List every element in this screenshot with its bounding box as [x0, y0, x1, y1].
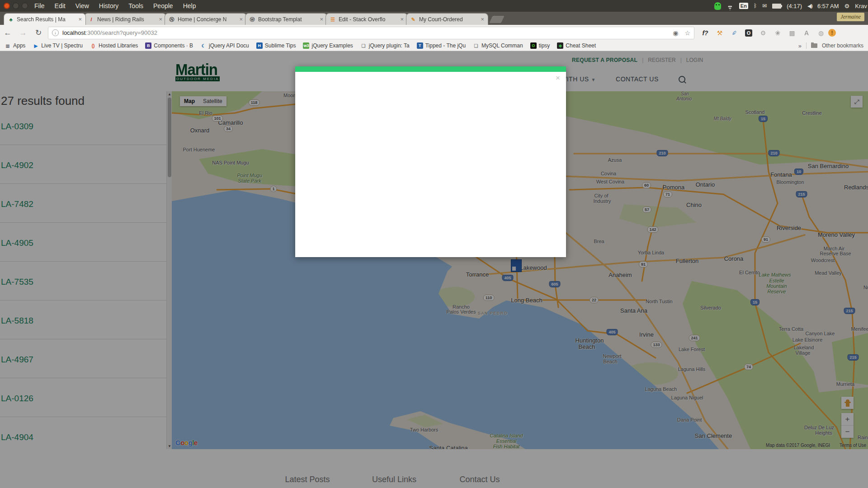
modal-dialog: × — [295, 66, 566, 257]
os-menu-history[interactable]: History — [99, 2, 119, 9]
session-gear-icon[interactable]: ⚙ — [844, 3, 850, 9]
bluetooth-icon[interactable]: ᛒ — [754, 3, 757, 9]
os-menu-edit[interactable]: Edit — [55, 2, 66, 9]
tab-close-icon[interactable]: × — [400, 16, 404, 23]
volume-icon[interactable]: ◀)) — [807, 3, 812, 9]
t-square-icon: T — [417, 42, 423, 49]
bookmark-item[interactable]: ▶Live TV | Spectru — [33, 42, 83, 49]
h-square-icon: H — [256, 42, 263, 49]
browser-tab[interactable]: ⓃHome | Concierge N× — [165, 13, 247, 25]
web-page: Martin OUTDOOR MEDIA REQUEST A PROPOSAL … — [0, 51, 868, 488]
tab-close-icon[interactable]: × — [481, 16, 484, 23]
eyedropper-extension-icon[interactable]: ✑ — [728, 27, 740, 38]
gear-extension-icon[interactable]: ⚙ — [759, 29, 768, 37]
user-name[interactable]: Krav — [855, 3, 867, 9]
bookmark-item[interactable]: ❏MySQL Comman — [473, 42, 523, 49]
profile-badge[interactable]: Jermaine — [837, 13, 864, 21]
address-bar[interactable]: i localhost :3000/search?query=90032 ◉ ☆ — [48, 27, 694, 39]
bookmark-label: jQuery plugin: Ta — [369, 42, 410, 49]
bookmark-item[interactable]: ☾jQuery API Docu — [200, 42, 249, 49]
keyboard-layout-indicator[interactable]: En — [739, 3, 748, 9]
browser-toolbar: ← → ↻ i localhost :3000/search?query=900… — [0, 25, 868, 41]
window-controls — [4, 3, 28, 9]
pen-icon: ✎ — [410, 16, 416, 23]
page-action-icon[interactable]: ◉ — [673, 29, 678, 37]
os-menu-tools[interactable]: Tools — [128, 2, 143, 9]
reload-button[interactable]: ↻ — [31, 28, 46, 38]
new-tab-button[interactable] — [489, 16, 504, 23]
mail-icon[interactable]: ✉ — [762, 3, 767, 9]
bookmark-label: Sublime Tips — [265, 42, 296, 49]
trees-icon: ♣ — [8, 16, 14, 23]
os-menu-help[interactable]: Help — [183, 2, 196, 9]
browser-tab[interactable]: /News | Riding Rails× — [84, 13, 166, 25]
grid-extension-icon[interactable]: ▩ — [788, 29, 797, 37]
bookmark-item[interactable]: w3jQuery Examples — [303, 42, 353, 49]
modal-body — [295, 72, 566, 257]
jquery-icon: ☾ — [200, 42, 207, 49]
cheatsheet-icon: ◆ — [557, 42, 563, 49]
tab-close-icon[interactable]: × — [159, 16, 162, 23]
window-maximize-button[interactable] — [22, 3, 28, 9]
os-menu-file[interactable]: File — [34, 2, 45, 9]
circle-extension-icon[interactable]: ◍ — [816, 29, 826, 37]
bookmark-label: MySQL Comman — [481, 42, 523, 49]
url-host: localhost — [62, 29, 85, 36]
forward-button[interactable]: → — [15, 28, 31, 38]
other-bookmarks-label[interactable]: Other bookmarks — [822, 42, 863, 49]
browser-tab[interactable]: ⓦBootstrap Templat× — [245, 13, 327, 25]
apps-shortcut[interactable]: ▦ Apps — [5, 42, 25, 49]
modal-header-bar — [295, 66, 566, 72]
page-info-icon[interactable]: i — [52, 29, 59, 36]
hammer-extension-icon[interactable]: ⚒ — [715, 29, 724, 37]
tab-close-icon[interactable]: × — [320, 16, 323, 23]
tab-title: Bootstrap Templat — [258, 16, 317, 23]
tab-close-icon[interactable]: × — [239, 16, 243, 23]
bookmark-item[interactable]: ()Hosted Libraries — [90, 42, 138, 49]
bookmark-item[interactable]: ◆Cheat Sheet — [557, 42, 596, 49]
browser-menu-update-icon[interactable]: ! — [828, 29, 836, 37]
tipsy-icon: O — [530, 42, 537, 49]
window-minimize-button[interactable] — [13, 3, 19, 9]
os-status-tray: En ᛒ ✉ (4:17) ◀)) 6:57 AM ⚙ Krav — [714, 2, 868, 10]
os-menu-view[interactable]: View — [75, 2, 89, 9]
window-close-button[interactable] — [4, 3, 10, 9]
browser-tab[interactable]: ✎My Court-Ordered× — [406, 13, 488, 25]
tab-close-icon[interactable]: × — [78, 16, 82, 23]
play-icon: ▶ — [33, 42, 39, 49]
bookmark-label: jQuery Examples — [311, 42, 353, 49]
browser-tab[interactable]: ☰Edit - Stack Overflo× — [326, 13, 408, 25]
bookmark-item[interactable]: ❏jQuery plugin: Ta — [360, 42, 410, 49]
bookmark-item[interactable]: Otipsy — [530, 42, 550, 49]
o-extension-icon[interactable]: O — [744, 29, 753, 37]
wifi-icon[interactable] — [726, 3, 734, 9]
battery-time: (4:17) — [787, 3, 802, 9]
flower-extension-icon[interactable]: ❀ — [773, 29, 782, 37]
battery-icon — [772, 4, 781, 9]
bookmark-item[interactable]: TTipped - The jQu — [417, 42, 466, 49]
clock[interactable]: 6:57 AM — [817, 3, 839, 9]
w3schools-icon: w3 — [303, 42, 309, 49]
os-menu-people[interactable]: People — [153, 2, 173, 9]
bookmark-label: Components · B — [154, 42, 193, 49]
tab-title: Search Results | Ma — [17, 16, 75, 23]
mascot-indicator-icon[interactable] — [714, 2, 721, 10]
browser-tab[interactable]: ♣Search Results | Ma× — [4, 13, 86, 25]
bookmark-label: jQuery API Docu — [209, 42, 249, 49]
back-button[interactable]: ← — [0, 28, 15, 38]
app-menu-list: FileEditViewHistoryToolsPeopleHelp — [34, 2, 196, 9]
bookmark-item[interactable]: HSublime Tips — [256, 42, 296, 49]
bookmark-label: tipsy — [539, 42, 550, 49]
browser-tab-strip: ♣Search Results | Ma×/News | Riding Rail… — [0, 12, 868, 25]
bookmarks-overflow-chevron[interactable]: » — [798, 42, 802, 49]
bookmark-item[interactable]: BComponents · B — [145, 42, 193, 49]
modal-close-icon[interactable]: × — [556, 74, 560, 82]
a-extension-icon[interactable]: A — [802, 29, 811, 37]
stackoverflow-icon: ☰ — [330, 16, 336, 23]
bookmark-star-icon[interactable]: ☆ — [684, 29, 690, 37]
folder-icon — [811, 43, 817, 48]
desktop-screen: FileEditViewHistoryToolsPeopleHelp En ᛒ … — [0, 0, 868, 488]
tab-title: News | Riding Rails — [97, 16, 156, 23]
concierge-icon: Ⓝ — [169, 16, 175, 23]
f-question-extension-icon[interactable]: f? — [701, 29, 710, 37]
